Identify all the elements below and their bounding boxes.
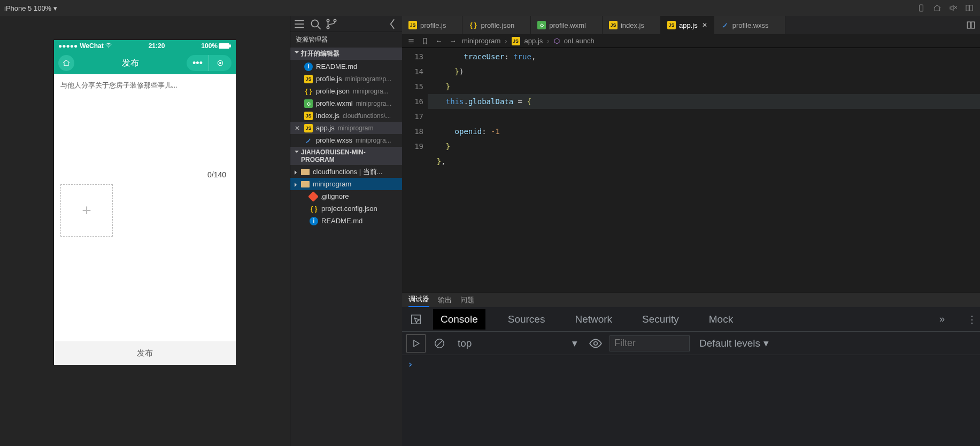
tree-file[interactable]: { }project.config.json bbox=[290, 202, 402, 215]
collapse-icon[interactable] bbox=[386, 17, 400, 31]
tab-overflow-icon[interactable] bbox=[962, 16, 980, 34]
eye-icon[interactable] bbox=[586, 334, 605, 353]
open-editor-item[interactable]: JSprofile.jsminiprogram\p... bbox=[290, 73, 402, 85]
nav-forward-icon[interactable]: → bbox=[448, 37, 458, 45]
clear-icon[interactable] bbox=[430, 334, 449, 353]
capsule-close-icon[interactable] bbox=[209, 55, 232, 71]
devtools-tab[interactable]: Console bbox=[433, 309, 485, 330]
crumb-symbol[interactable]: onLaunch bbox=[564, 37, 595, 45]
search-icon[interactable] bbox=[308, 17, 322, 31]
tab-label: profile.json bbox=[481, 21, 514, 29]
file-path: miniprogram bbox=[338, 124, 374, 132]
file-name: profile.wxss bbox=[316, 136, 352, 144]
editor-tab[interactable]: { }profile.json✕ bbox=[462, 16, 531, 34]
devtools-tab[interactable]: Sources bbox=[500, 309, 553, 330]
log-levels-selector[interactable]: Default levels ▾ bbox=[699, 337, 769, 349]
filter-input[interactable] bbox=[609, 335, 690, 351]
open-editor-item[interactable]: JSindex.jscloudfunctions\... bbox=[290, 109, 402, 122]
tree-folder[interactable]: miniprogram bbox=[290, 178, 402, 190]
add-image-tile[interactable]: + bbox=[60, 184, 113, 237]
tab-label: index.js bbox=[621, 21, 644, 29]
close-icon[interactable]: ✕ bbox=[702, 21, 707, 29]
tree-file[interactable]: .gitignore bbox=[290, 190, 402, 202]
svg-rect-6 bbox=[219, 43, 229, 48]
phone-outline-icon[interactable] bbox=[915, 2, 928, 14]
js-file-icon: JS bbox=[408, 21, 417, 29]
crumb-file[interactable]: app.js bbox=[524, 37, 543, 45]
close-icon[interactable]: ✕ bbox=[295, 124, 300, 132]
git-branch-icon[interactable] bbox=[325, 17, 338, 31]
svg-point-27 bbox=[594, 341, 598, 345]
chevron-down-icon: ▾ bbox=[763, 337, 769, 349]
mini-program-capsule[interactable]: ••• bbox=[187, 55, 232, 71]
kebab-menu-icon[interactable]: ⋮ bbox=[967, 314, 977, 325]
explorer-title: 资源管理器 bbox=[290, 32, 402, 48]
line-number: 13 bbox=[402, 49, 423, 64]
project-header[interactable]: JIAHAORUISEN-MIN-PROGRAM bbox=[290, 147, 402, 165]
crumb-list-icon[interactable] bbox=[406, 37, 416, 45]
compose-textarea[interactable]: 与他人分享关于您房子装修那些事儿... bbox=[54, 74, 236, 90]
console-output[interactable]: › bbox=[402, 355, 980, 446]
open-editor-item[interactable]: iREADME.md bbox=[290, 60, 402, 73]
list-icon[interactable] bbox=[292, 17, 306, 31]
nav-home-button[interactable] bbox=[58, 55, 74, 71]
open-editor-item[interactable]: ◇profile.wxmlminiprogra... bbox=[290, 97, 402, 109]
devtools-tab[interactable]: Network bbox=[567, 309, 620, 330]
bookmark-icon[interactable] bbox=[420, 37, 430, 45]
chevrons-right-icon[interactable]: » bbox=[939, 314, 945, 325]
tab-label: profile.js bbox=[420, 21, 446, 29]
svg-rect-19 bbox=[971, 22, 975, 28]
json-file-icon: { } bbox=[310, 205, 318, 213]
js-file-icon: JS bbox=[304, 124, 313, 132]
select-element-icon[interactable] bbox=[405, 310, 427, 329]
phone-frame: ●●●●● WeChat 21:20 100% 发布 ••• bbox=[54, 40, 236, 365]
file-name: .gitignore bbox=[320, 192, 349, 200]
code-editor[interactable]: 13141516171819 traceUser: true, }) } thi… bbox=[402, 48, 980, 293]
js-file-icon: JS bbox=[609, 21, 618, 29]
capsule-menu-icon[interactable]: ••• bbox=[187, 55, 209, 71]
mute-icon[interactable] bbox=[947, 2, 960, 14]
file-path: cloudfunctions\... bbox=[343, 112, 391, 120]
editor-tab[interactable]: JSprofile.js✕ bbox=[402, 16, 462, 34]
editor-tabs: JSprofile.js✕{ }profile.json✕◇profile.wx… bbox=[402, 16, 980, 34]
folder-icon bbox=[301, 169, 310, 175]
devtools-subtab[interactable]: 输出 bbox=[438, 293, 452, 307]
editor-tab[interactable]: ◇profile.wxml✕ bbox=[531, 16, 603, 34]
open-editor-item[interactable]: ⟋profile.wxssminiprogra... bbox=[290, 134, 402, 146]
open-editors-header[interactable]: 打开的编辑器 bbox=[290, 48, 402, 60]
split-icon[interactable] bbox=[963, 2, 976, 14]
home-icon[interactable] bbox=[931, 2, 944, 14]
svg-point-15 bbox=[327, 19, 329, 21]
editor-tab[interactable]: JSindex.js✕ bbox=[603, 16, 661, 34]
line-number: 19 bbox=[402, 139, 423, 154]
device-selector[interactable]: iPhone 5 100% ▾ bbox=[4, 4, 57, 12]
svg-rect-7 bbox=[229, 45, 230, 47]
devtools-subtab[interactable]: 调试器 bbox=[408, 292, 429, 307]
context-selector[interactable]: top ▾ bbox=[453, 335, 582, 351]
submit-button[interactable]: 发布 bbox=[54, 341, 236, 365]
tree-folder[interactable]: cloudfunctions | 当前... bbox=[290, 166, 402, 178]
code-line: } bbox=[428, 82, 450, 91]
explorer-panel: 资源管理器 打开的编辑器 iREADME.mdJSprofile.jsminip… bbox=[290, 16, 402, 446]
devtools-subtab[interactable]: 问题 bbox=[460, 293, 474, 307]
file-name: miniprogram bbox=[313, 180, 351, 188]
devtools-tab[interactable]: Security bbox=[635, 309, 686, 330]
line-number: 17 bbox=[402, 109, 423, 124]
open-editor-item[interactable]: { }profile.jsonminiprogra... bbox=[290, 85, 402, 97]
open-editor-item[interactable]: ✕JSapp.jsminiprogram bbox=[290, 122, 402, 134]
wifi-icon bbox=[105, 42, 112, 51]
tree-file[interactable]: iREADME.md bbox=[290, 215, 402, 227]
editor-tab[interactable]: ⟋profile.wxss✕ bbox=[714, 16, 785, 34]
file-path: miniprogra... bbox=[356, 100, 392, 107]
run-icon[interactable] bbox=[406, 334, 426, 353]
nav-back-icon[interactable]: ← bbox=[434, 37, 444, 45]
devtools-tab[interactable]: Mock bbox=[701, 309, 740, 330]
svg-point-16 bbox=[327, 26, 329, 28]
js-file-icon: JS bbox=[667, 21, 676, 29]
editor-tab[interactable]: JSapp.js✕ bbox=[661, 16, 714, 34]
svg-point-5 bbox=[108, 46, 109, 47]
levels-label: Default levels bbox=[699, 338, 760, 349]
svg-line-14 bbox=[318, 26, 320, 29]
crumb-root[interactable]: miniprogram bbox=[462, 37, 500, 45]
line-number: 18 bbox=[402, 124, 423, 139]
